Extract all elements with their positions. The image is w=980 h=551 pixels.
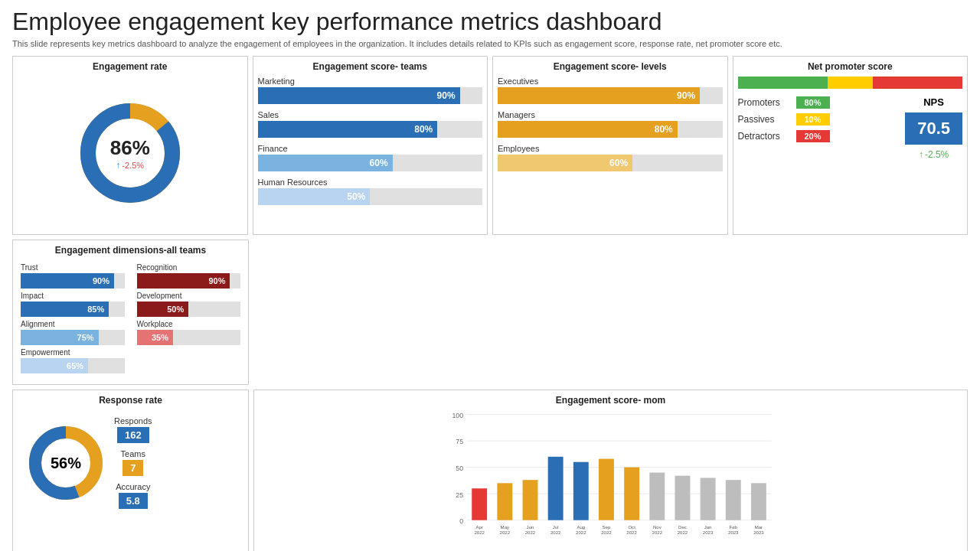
arrow-up-icon: ↑	[116, 160, 120, 171]
response-stats: Responds 162 Teams 7 Accuracy 5.8	[114, 416, 152, 509]
nps-color-bar	[738, 77, 963, 89]
svg-rect-46	[726, 480, 741, 520]
svg-text:2022: 2022	[576, 530, 586, 535]
dim-label: Workplace	[137, 320, 241, 328]
svg-text:Jul: Jul	[553, 525, 559, 530]
dim-bar-fill: 90%	[137, 273, 230, 289]
dim-item: Development 50%	[137, 292, 241, 317]
dim-label: Recognition	[137, 263, 241, 272]
svg-text:100: 100	[452, 412, 463, 419]
engagement-teams-title: Engagement score- teams	[258, 61, 483, 72]
svg-text:0: 0	[459, 517, 463, 525]
nps-row: Detractors 20%	[738, 130, 890, 142]
svg-rect-37	[649, 473, 665, 520]
levels-bar-row: Employees 60%	[498, 144, 723, 171]
dim-row: Trust 90% Recognition 90%	[21, 263, 240, 289]
nps-score-value: 70.5	[905, 112, 962, 145]
levels-bar-fill: 90%	[498, 87, 700, 104]
dim-bar-track: 85%	[21, 302, 125, 317]
svg-text:Nov: Nov	[653, 525, 662, 530]
engagement-rate-card: Engagement rate 86% ↑ -2.5%	[12, 56, 248, 235]
nps-color-segment	[738, 77, 828, 89]
donut-wrapper: 86% ↑ -2.5%	[73, 96, 188, 210]
engagement-levels-card: Engagement score- levels Executives 90% …	[492, 56, 728, 235]
dim-bar-track: 65%	[21, 358, 125, 373]
mom-chart-area: 0255075100Apr2022May2022Jun2022Jul2022Au…	[259, 410, 962, 551]
nps-row: Promoters 80%	[738, 96, 890, 109]
svg-text:2023: 2023	[703, 530, 714, 535]
teams-bar-track: 80%	[258, 121, 483, 138]
levels-bar-row: Executives 90%	[498, 77, 723, 104]
svg-text:2022: 2022	[626, 530, 637, 535]
teams-bar-fill: 50%	[258, 188, 371, 205]
dim-label: Alignment	[21, 320, 125, 328]
svg-text:Apr: Apr	[475, 525, 482, 530]
svg-text:Mar: Mar	[755, 525, 763, 530]
dim-label: Empowerment	[21, 348, 125, 357]
nps-row-label: Detractors	[738, 131, 792, 142]
nps-row-badge: 20%	[796, 130, 830, 142]
engagement-rate-title: Engagement rate	[18, 61, 243, 72]
dim-bar-track: 75%	[21, 330, 125, 345]
nps-color-segment	[828, 77, 873, 89]
teams-bar-row: Finance 60%	[258, 144, 483, 171]
teams-bar-track: 90%	[258, 87, 483, 104]
dim-bar-track: 50%	[137, 302, 241, 317]
svg-rect-22	[523, 480, 538, 520]
dim-bar-fill: 90%	[21, 273, 114, 289]
dim-bar-fill: 75%	[21, 330, 99, 345]
dim-bar-track: 35%	[137, 330, 241, 345]
nps-change-value: -2.5%	[925, 149, 949, 160]
dim-row: Alignment 75% Workplace 35%	[21, 320, 240, 345]
response-stat-item: Accuracy 5.8	[114, 482, 152, 509]
svg-rect-49	[751, 483, 766, 520]
stat-value: 162	[117, 427, 149, 443]
svg-text:Dec: Dec	[678, 525, 687, 530]
nps-main: Promoters 80% Passives 10% Detractors 20…	[738, 96, 963, 160]
nps-row-badge: 80%	[796, 96, 830, 109]
dim-item: Alignment 75%	[21, 320, 125, 345]
nps-title: Net promoter score	[738, 61, 963, 72]
nps-change: ↑ -2.5%	[919, 149, 949, 160]
svg-text:25: 25	[456, 491, 463, 499]
levels-bars: Executives 90% Managers 80% Employees 60…	[498, 77, 723, 171]
mom-chart-svg: 0255075100Apr2022May2022Jun2022Jul2022Au…	[266, 410, 955, 551]
nps-left: Promoters 80% Passives 10% Detractors 20…	[738, 96, 890, 148]
levels-bar-track: 90%	[498, 87, 723, 104]
svg-text:2022: 2022	[652, 530, 663, 535]
nps-row-label: Passives	[738, 114, 792, 125]
dim-label: Impact	[21, 292, 125, 300]
teams-bar-fill: 80%	[258, 121, 438, 138]
engagement-dimensions-title: Engagement dimensions-all teams	[18, 245, 243, 256]
levels-bar-value: 60%	[609, 158, 628, 168]
svg-text:2022: 2022	[550, 530, 561, 535]
svg-text:75: 75	[456, 438, 463, 445]
svg-text:2023: 2023	[728, 530, 739, 535]
stat-label: Teams	[114, 449, 152, 458]
teams-bar-row: Sales 80%	[258, 110, 483, 138]
svg-text:Jun: Jun	[527, 525, 534, 530]
svg-text:May: May	[501, 525, 510, 530]
svg-rect-25	[548, 457, 564, 520]
stat-value: 7	[122, 460, 143, 476]
teams-bar-value: 80%	[414, 124, 433, 135]
svg-rect-19	[497, 483, 512, 520]
stat-label: Accuracy	[114, 482, 152, 491]
svg-rect-43	[701, 478, 716, 520]
nps-right: NPS 70.5 ↑ -2.5%	[905, 96, 962, 160]
stat-value: 5.8	[119, 493, 148, 509]
engagement-teams-card: Engagement score- teams Marketing 90% Sa…	[253, 56, 488, 235]
levels-bar-label: Employees	[498, 144, 723, 153]
response-donut-wrapper: 56%	[24, 421, 108, 505]
svg-text:2023: 2023	[753, 530, 764, 535]
dim-bar-fill: 65%	[21, 358, 88, 373]
svg-text:Jan: Jan	[704, 525, 712, 530]
nps-rows: Promoters 80% Passives 10% Detractors 20…	[738, 96, 890, 142]
dim-bar-text: 90%	[208, 276, 225, 285]
nps-score-label: NPS	[923, 96, 944, 108]
teams-bar-value: 50%	[347, 191, 365, 202]
dim-bar-text: 65%	[67, 361, 83, 370]
donut-center: 86% ↑ -2.5%	[110, 136, 150, 171]
teams-bars: Marketing 90% Sales 80% Finance 60% Huma…	[258, 77, 483, 205]
dim-item	[137, 348, 241, 373]
